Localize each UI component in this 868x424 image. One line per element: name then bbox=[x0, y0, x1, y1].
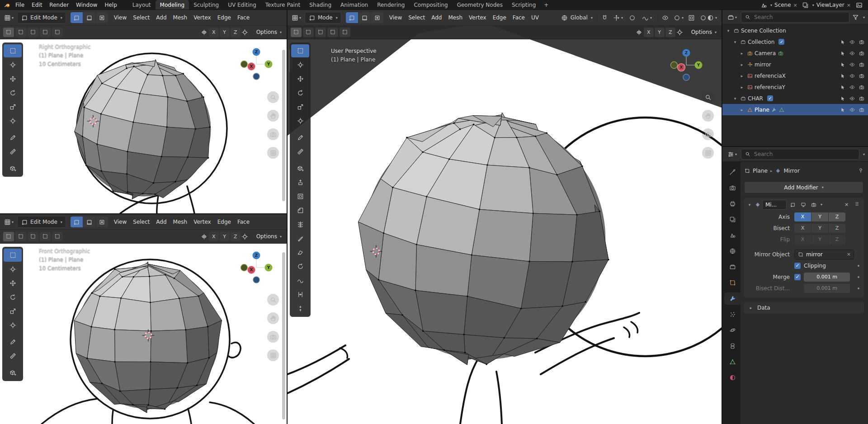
camera-view-button[interactable] bbox=[267, 331, 279, 343]
tool-select-box[interactable] bbox=[291, 44, 309, 57]
image-icon[interactable] bbox=[855, 1, 863, 9]
select-op-subtract[interactable] bbox=[28, 232, 38, 241]
select-op-invert[interactable] bbox=[40, 232, 51, 241]
mode-dropdown[interactable]: Mode▾ bbox=[305, 12, 341, 24]
tool-move[interactable] bbox=[4, 277, 22, 290]
add-workspace-button[interactable]: + bbox=[540, 2, 552, 8]
tab-scene[interactable] bbox=[724, 229, 741, 241]
select-mode-vertex[interactable] bbox=[71, 12, 83, 23]
select-op-intersect[interactable] bbox=[340, 28, 350, 37]
tab-render[interactable] bbox=[724, 182, 741, 194]
eye-icon[interactable] bbox=[849, 73, 855, 79]
mirror-axis-x[interactable]: X bbox=[644, 28, 654, 37]
tool-add-cube[interactable] bbox=[4, 366, 22, 379]
viewport-scrollbar[interactable] bbox=[282, 252, 285, 419]
mode-dropdown[interactable]: Edit Mode▾ bbox=[17, 12, 66, 24]
eye-icon[interactable] bbox=[849, 107, 855, 113]
tool-move[interactable] bbox=[4, 72, 22, 85]
options-dropdown[interactable]: Options▾ bbox=[256, 29, 282, 35]
mirror-object-field[interactable]: mirror× bbox=[794, 250, 854, 259]
options-dropdown[interactable]: Options▾ bbox=[256, 233, 282, 240]
pointer-icon[interactable] bbox=[840, 95, 845, 101]
bisect-distance-field[interactable]: 0.001 m bbox=[804, 284, 850, 293]
show-render-toggle[interactable] bbox=[809, 200, 818, 209]
search-input[interactable] bbox=[753, 14, 846, 21]
menu-edge[interactable]: Edge bbox=[490, 13, 509, 22]
editor-type-button[interactable]: ▾ bbox=[2, 217, 15, 227]
collection-checkbox[interactable]: ✓ bbox=[767, 95, 773, 101]
menu-help[interactable]: Help bbox=[101, 1, 120, 9]
mirror-icon[interactable] bbox=[201, 28, 208, 36]
expand-icon[interactable]: ▸ bbox=[739, 108, 745, 112]
eye-icon[interactable] bbox=[849, 61, 855, 67]
transform-icon[interactable] bbox=[241, 28, 249, 36]
select-mode-edge[interactable] bbox=[359, 12, 371, 23]
viewport-right-orthographic[interactable]: ▾Edit Mode▾ViewSelectAddMeshVertexEdgeFa… bbox=[0, 10, 287, 213]
tab-world[interactable] bbox=[724, 245, 741, 257]
viewport-canvas[interactable] bbox=[0, 214, 287, 424]
select-op-new[interactable] bbox=[3, 28, 14, 37]
bisect-z[interactable]: Z bbox=[829, 224, 845, 233]
expand-icon[interactable]: ▸ bbox=[739, 74, 745, 78]
select-op-subtract[interactable] bbox=[28, 28, 38, 37]
menu-vertex[interactable]: Vertex bbox=[190, 217, 214, 226]
blender-logo-icon[interactable] bbox=[4, 1, 11, 9]
workspace-tab-shading[interactable]: Shading bbox=[305, 0, 336, 10]
viewport-scrollbar[interactable] bbox=[282, 50, 285, 201]
tool-shrink-fatten[interactable] bbox=[291, 302, 309, 315]
outliner-row-mirror[interactable]: ▸mirror bbox=[722, 59, 868, 70]
outliner-row-referenciay[interactable]: ▸referenciaY bbox=[722, 81, 868, 93]
tool-knife[interactable] bbox=[291, 232, 309, 245]
select-op-subtract[interactable] bbox=[315, 28, 326, 37]
tool-loop-cut[interactable] bbox=[291, 218, 309, 231]
workspace-tab-animation[interactable]: Animation bbox=[336, 0, 373, 10]
menu-mesh[interactable]: Mesh bbox=[170, 13, 191, 22]
modifier-name-field[interactable]: Mi... bbox=[762, 200, 787, 210]
tool-measure[interactable] bbox=[4, 145, 22, 158]
tool-move[interactable] bbox=[291, 72, 309, 85]
tool-rotate[interactable] bbox=[291, 86, 309, 99]
outliner-row-plane[interactable]: ▸Plane bbox=[722, 104, 868, 115]
tool-poly-build[interactable] bbox=[291, 246, 309, 259]
workspace-tab-rendering[interactable]: Rendering bbox=[373, 0, 409, 10]
pan-button[interactable] bbox=[702, 110, 714, 122]
select-mode-face[interactable] bbox=[96, 217, 108, 227]
camera-icon[interactable] bbox=[859, 95, 864, 101]
data-subpanel-header[interactable]: ▸Data bbox=[744, 302, 864, 314]
transform-icon[interactable] bbox=[676, 28, 684, 36]
bisect-x[interactable]: X bbox=[794, 224, 811, 233]
select-op-invert[interactable] bbox=[327, 28, 338, 37]
menu-add[interactable]: Add bbox=[153, 217, 170, 226]
outliner-row-referenciax[interactable]: ▸referenciaX bbox=[722, 70, 868, 81]
tool-spin[interactable] bbox=[291, 260, 309, 273]
menu-add[interactable]: Add bbox=[153, 13, 170, 22]
tool-inset[interactable] bbox=[291, 190, 309, 203]
toggle-projection-button[interactable] bbox=[702, 147, 714, 159]
viewport-user-perspective[interactable]: ▾Mode▾ViewSelectAddMeshVertexEdgeFaceUVG… bbox=[288, 10, 722, 424]
select-op-invert[interactable] bbox=[40, 28, 51, 37]
toggle-projection-button[interactable] bbox=[267, 147, 279, 159]
tool-transform[interactable] bbox=[4, 114, 22, 127]
mirror-axis-y[interactable]: Y bbox=[220, 232, 230, 241]
collapse-icon[interactable]: ▾ bbox=[746, 203, 753, 207]
mirror-axis-y[interactable]: Y bbox=[655, 28, 665, 37]
pointer-icon[interactable] bbox=[840, 39, 845, 45]
editor-type-button[interactable]: ▾ bbox=[726, 149, 738, 160]
tab-particles[interactable] bbox=[724, 308, 741, 320]
merge-checkbox[interactable]: ✓ bbox=[794, 274, 801, 280]
clipping-checkbox[interactable]: ✓ bbox=[794, 263, 801, 269]
animate-dot[interactable] bbox=[858, 287, 859, 289]
navigation-gizmo[interactable]: XYZ bbox=[237, 45, 275, 83]
viewport-canvas[interactable] bbox=[288, 10, 722, 424]
mirror-icon[interactable] bbox=[201, 233, 208, 240]
camera-icon[interactable] bbox=[859, 84, 864, 90]
editor-type-button[interactable]: ▾ bbox=[290, 12, 302, 23]
collapse-icon[interactable]: ▾ bbox=[732, 40, 738, 44]
tool-rotate[interactable] bbox=[4, 86, 22, 99]
tool-scale[interactable] bbox=[291, 100, 309, 113]
workspace-tab-geometry-nodes[interactable]: Geometry Nodes bbox=[453, 0, 507, 10]
mirror-axis-x[interactable]: X bbox=[209, 28, 219, 37]
collection-checkbox[interactable]: ✓ bbox=[778, 39, 784, 45]
viewport-front-orthographic[interactable]: ▾Edit Mode▾ViewSelectAddMeshVertexEdgeFa… bbox=[0, 214, 287, 424]
menu-face[interactable]: Face bbox=[234, 217, 253, 226]
